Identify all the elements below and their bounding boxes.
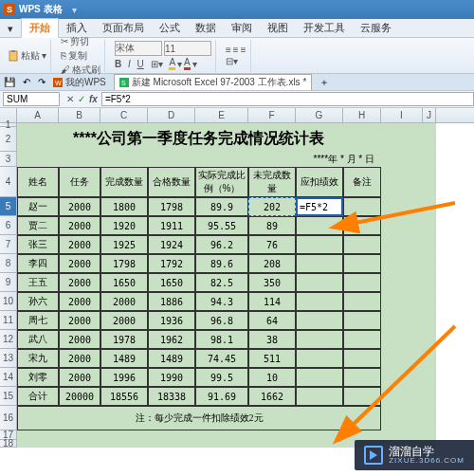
- formula-input[interactable]: =F5*2: [101, 92, 474, 106]
- data-cell[interactable]: 2000: [59, 273, 100, 292]
- align-center-icon[interactable]: ≡: [233, 45, 239, 55]
- font-size-select[interactable]: [164, 41, 211, 56]
- row-header-11[interactable]: 11: [0, 311, 17, 330]
- header-cell[interactable]: 未完成数量: [248, 167, 296, 197]
- row-header-12[interactable]: 12: [0, 330, 17, 349]
- data-cell[interactable]: 孙六: [17, 292, 59, 311]
- data-cell[interactable]: 2000: [59, 368, 100, 387]
- data-cell[interactable]: [296, 292, 343, 311]
- data-cell[interactable]: 2000: [59, 330, 100, 349]
- data-cell[interactable]: 10: [248, 368, 296, 387]
- data-cell[interactable]: [343, 387, 381, 406]
- row-header-6[interactable]: 6: [0, 216, 17, 235]
- tab-layout[interactable]: 页面布局: [95, 19, 152, 37]
- tab-view[interactable]: 视图: [260, 19, 296, 37]
- data-cell[interactable]: 1990: [148, 368, 195, 387]
- data-cell[interactable]: [296, 273, 343, 292]
- row-header-18[interactable]: 18: [0, 440, 17, 448]
- data-cell[interactable]: 周七: [17, 311, 59, 330]
- row-header-16[interactable]: 16: [0, 406, 17, 430]
- data-cell[interactable]: 2000: [100, 292, 148, 311]
- data-cell[interactable]: 2000: [59, 197, 100, 216]
- data-cell[interactable]: 95.55: [195, 216, 248, 235]
- data-cell[interactable]: 1936: [148, 311, 195, 330]
- data-cell[interactable]: 74.45: [195, 349, 248, 368]
- data-cell[interactable]: [343, 216, 381, 235]
- data-cell[interactable]: 1925: [100, 235, 148, 254]
- header-cell[interactable]: 备注: [343, 167, 381, 197]
- fx-button[interactable]: fx: [89, 94, 98, 104]
- fill-color-button[interactable]: A: [169, 57, 175, 70]
- data-cell[interactable]: 89: [248, 216, 296, 235]
- data-cell[interactable]: 1489: [100, 349, 148, 368]
- doc-tab-mywps[interactable]: W 我的WPS: [53, 76, 106, 89]
- col-header-D[interactable]: D: [148, 108, 195, 122]
- data-cell[interactable]: 王五: [17, 273, 59, 292]
- header-cell[interactable]: 应扣绩效: [296, 167, 343, 197]
- data-cell[interactable]: 2000: [59, 216, 100, 235]
- data-cell[interactable]: 1798: [100, 254, 148, 273]
- align-left-icon[interactable]: ≡: [226, 45, 231, 55]
- data-cell[interactable]: 1489: [148, 349, 195, 368]
- data-cell[interactable]: 宋九: [17, 349, 59, 368]
- file-menu[interactable]: ▾: [0, 21, 21, 37]
- data-cell[interactable]: [343, 311, 381, 330]
- row-header-3[interactable]: 3: [0, 152, 17, 167]
- col-header-E[interactable]: E: [195, 108, 248, 122]
- col-header-J[interactable]: J: [423, 108, 436, 122]
- header-cell[interactable]: 完成数量: [100, 167, 148, 197]
- row-header-2[interactable]: 2: [0, 127, 17, 152]
- data-cell[interactable]: 18556: [100, 387, 148, 406]
- row-header-13[interactable]: 13: [0, 349, 17, 368]
- row-header-15[interactable]: 15: [0, 387, 17, 406]
- data-cell[interactable]: [296, 254, 343, 273]
- data-cell[interactable]: 82.5: [195, 273, 248, 292]
- format-painter-button[interactable]: 🖌 格式刷: [61, 64, 100, 77]
- data-cell[interactable]: 1650: [148, 273, 195, 292]
- data-cell[interactable]: 武八: [17, 330, 59, 349]
- data-cell[interactable]: [343, 368, 381, 387]
- data-cell[interactable]: 202: [248, 197, 296, 216]
- header-cell[interactable]: 实际完成比例（%）: [195, 167, 248, 197]
- date-info[interactable]: ****年 * 月 * 日: [17, 152, 381, 167]
- col-header-G[interactable]: G: [296, 108, 343, 122]
- data-cell[interactable]: [296, 349, 343, 368]
- col-header-B[interactable]: B: [59, 108, 100, 122]
- note-cell[interactable]: 注：每少完成一件扣除绩效2元: [17, 406, 381, 430]
- row-header-9[interactable]: 9: [0, 273, 17, 292]
- data-cell[interactable]: 合计: [17, 387, 59, 406]
- data-cell[interactable]: 98.1: [195, 330, 248, 349]
- tab-review[interactable]: 审阅: [224, 19, 260, 37]
- row-header-14[interactable]: 14: [0, 368, 17, 387]
- app-dropdown-icon[interactable]: ▾: [72, 5, 77, 15]
- data-cell[interactable]: 1886: [148, 292, 195, 311]
- copy-button[interactable]: ⎘ 复制: [61, 49, 100, 63]
- data-cell[interactable]: 赵一: [17, 197, 59, 216]
- data-cell[interactable]: [296, 368, 343, 387]
- data-cell[interactable]: 李四: [17, 254, 59, 273]
- quick-redo-icon[interactable]: ↷: [38, 77, 46, 87]
- data-cell[interactable]: 64: [248, 311, 296, 330]
- data-cell[interactable]: 89.9: [195, 197, 248, 216]
- data-cell[interactable]: 1996: [100, 368, 148, 387]
- tab-formula[interactable]: 公式: [152, 19, 188, 37]
- data-cell[interactable]: 1650: [100, 273, 148, 292]
- data-cell[interactable]: [343, 330, 381, 349]
- paste-button[interactable]: 粘贴▾: [8, 49, 46, 63]
- font-color-button[interactable]: A: [184, 57, 191, 70]
- merge-button[interactable]: ⊟▾: [226, 56, 238, 66]
- formula-cancel[interactable]: ✕: [66, 94, 74, 104]
- data-cell[interactable]: [343, 349, 381, 368]
- data-cell[interactable]: [343, 254, 381, 273]
- data-cell[interactable]: 20000: [59, 387, 100, 406]
- data-cell[interactable]: 1924: [148, 235, 195, 254]
- data-cell[interactable]: 96.8: [195, 311, 248, 330]
- data-cell[interactable]: 1798: [148, 197, 195, 216]
- col-header-F[interactable]: F: [248, 108, 296, 122]
- data-cell[interactable]: 114: [248, 292, 296, 311]
- data-cell[interactable]: =F5*2: [296, 197, 343, 216]
- col-header-C[interactable]: C: [100, 108, 148, 122]
- row-header-5[interactable]: 5: [0, 197, 17, 216]
- tab-data[interactable]: 数据: [188, 19, 224, 37]
- col-header-I[interactable]: I: [381, 108, 423, 122]
